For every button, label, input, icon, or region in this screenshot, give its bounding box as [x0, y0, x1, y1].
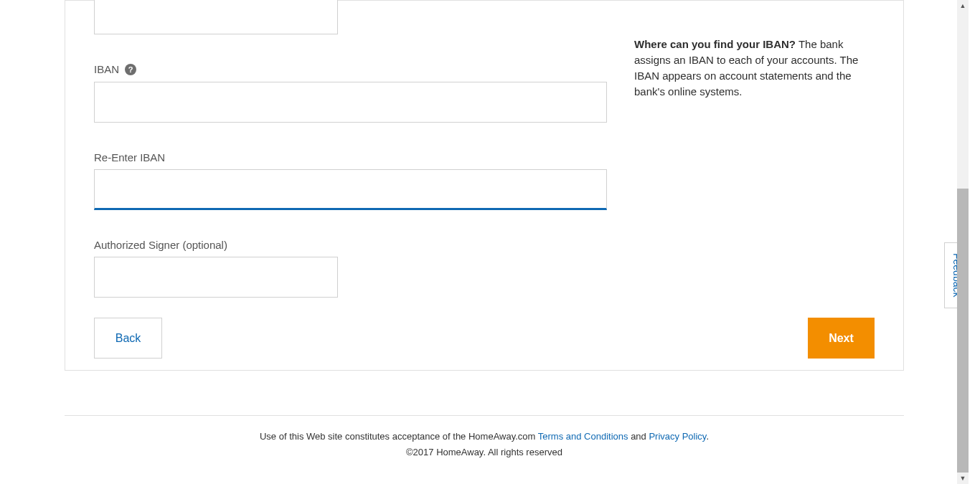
back-button[interactable]: Back [94, 318, 162, 359]
form-column: IBAN ? Re-Enter IBAN Authorized Signer (… [94, 1, 607, 298]
signer-input[interactable] [94, 257, 338, 298]
iban-label: IBAN ? [94, 63, 607, 76]
action-row: Back Next [94, 318, 875, 359]
reenter-iban-label: Re-Enter IBAN [94, 151, 607, 163]
footer-period: . [706, 431, 709, 442]
help-text: Where can you find your IBAN? The bank a… [634, 37, 875, 100]
iban-label-text: IBAN [94, 63, 119, 75]
signer-group: Authorized Signer (optional) [94, 239, 607, 298]
reenter-iban-group: Re-Enter IBAN [94, 151, 607, 210]
next-button[interactable]: Next [808, 318, 875, 359]
footer: Use of this Web site constitutes accepta… [65, 415, 904, 460]
help-icon[interactable]: ? [125, 64, 136, 75]
terms-link[interactable]: Terms and Conditions [538, 431, 628, 442]
signer-label: Authorized Signer (optional) [94, 239, 607, 251]
footer-and: and [628, 431, 649, 442]
scroll-thumb[interactable] [957, 189, 969, 473]
iban-group: IBAN ? [94, 63, 607, 123]
footer-copyright: ©2017 HomeAway. All rights reserved [65, 445, 904, 460]
help-column: Where can you find your IBAN? The bank a… [634, 1, 875, 100]
previous-field-input[interactable] [94, 0, 338, 34]
footer-prefix: Use of this Web site constitutes accepta… [260, 431, 538, 442]
form-card: IBAN ? Re-Enter IBAN Authorized Signer (… [65, 0, 904, 371]
privacy-link[interactable]: Privacy Policy [649, 431, 706, 442]
scroll-up-icon[interactable]: ▲ [957, 0, 969, 11]
scroll-down-icon[interactable]: ▼ [957, 473, 969, 484]
footer-line-1: Use of this Web site constitutes accepta… [65, 429, 904, 445]
scrollbar[interactable]: ▲ ▼ [957, 0, 969, 484]
iban-input[interactable] [94, 82, 607, 123]
help-heading: Where can you find your IBAN? [634, 38, 796, 50]
reenter-iban-input[interactable] [94, 169, 607, 210]
